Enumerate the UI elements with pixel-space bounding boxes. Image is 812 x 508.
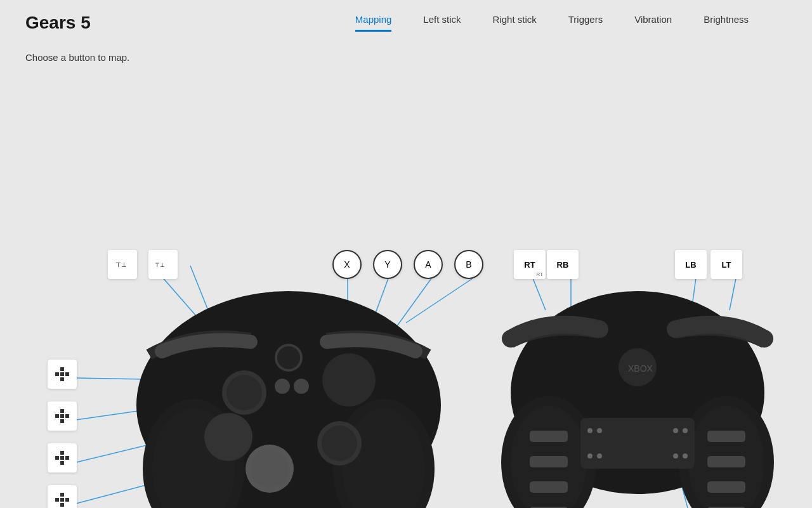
svg-point-64 bbox=[275, 379, 290, 394]
svg-rect-25 bbox=[60, 377, 64, 381]
svg-point-63 bbox=[204, 413, 252, 461]
svg-rect-80 bbox=[707, 431, 745, 442]
svg-point-87 bbox=[587, 428, 593, 433]
tab-vibration[interactable]: Vibration bbox=[634, 14, 672, 32]
front-controller bbox=[111, 240, 466, 508]
svg-rect-41 bbox=[60, 498, 64, 502]
dpad-down-button[interactable] bbox=[48, 485, 77, 508]
nav-tabs: Mapping Left stick Right stick Triggers … bbox=[355, 14, 749, 32]
main-area: ⊤⊥ ⊤⊥ X Y A B bbox=[0, 69, 812, 481]
game-title: Gears 5 bbox=[25, 13, 127, 33]
svg-rect-33 bbox=[55, 456, 59, 460]
svg-point-94 bbox=[683, 453, 688, 459]
svg-rect-78 bbox=[530, 481, 568, 493]
svg-rect-34 bbox=[65, 456, 69, 460]
tab-triggers[interactable]: Triggers bbox=[568, 14, 603, 32]
svg-rect-31 bbox=[60, 414, 64, 418]
svg-rect-37 bbox=[60, 493, 64, 497]
dpad-left-button[interactable] bbox=[48, 401, 77, 431]
svg-text:XBOX: XBOX bbox=[628, 363, 653, 374]
svg-rect-30 bbox=[60, 419, 64, 423]
tab-right-stick[interactable]: Right stick bbox=[493, 14, 537, 32]
subtitle: Choose a button to map. bbox=[0, 33, 812, 69]
svg-rect-76 bbox=[530, 431, 568, 442]
svg-rect-32 bbox=[60, 451, 64, 455]
svg-rect-29 bbox=[65, 414, 69, 418]
svg-point-60 bbox=[226, 375, 262, 410]
svg-point-70 bbox=[251, 450, 289, 488]
svg-rect-81 bbox=[707, 456, 745, 467]
svg-rect-38 bbox=[55, 498, 59, 502]
back-controller: XBOX bbox=[492, 240, 783, 508]
svg-point-93 bbox=[673, 453, 678, 459]
svg-rect-23 bbox=[55, 372, 59, 376]
tab-left-stick[interactable]: Left stick bbox=[423, 14, 461, 32]
svg-point-89 bbox=[673, 428, 678, 433]
tab-mapping[interactable]: Mapping bbox=[355, 14, 392, 32]
svg-rect-39 bbox=[65, 498, 69, 502]
svg-point-62 bbox=[322, 426, 357, 461]
svg-point-92 bbox=[597, 453, 602, 459]
svg-rect-27 bbox=[60, 409, 64, 413]
svg-rect-40 bbox=[60, 503, 64, 507]
svg-point-90 bbox=[683, 428, 688, 433]
svg-point-67 bbox=[277, 346, 300, 369]
svg-rect-86 bbox=[580, 418, 695, 469]
svg-rect-26 bbox=[60, 372, 64, 376]
tab-brightness[interactable]: Brightness bbox=[704, 14, 749, 32]
dpad-up-button[interactable] bbox=[48, 360, 77, 389]
svg-point-68 bbox=[322, 353, 376, 407]
svg-point-91 bbox=[587, 453, 593, 459]
svg-rect-82 bbox=[707, 481, 745, 493]
svg-rect-24 bbox=[65, 372, 69, 376]
svg-point-88 bbox=[597, 428, 602, 433]
svg-point-65 bbox=[294, 379, 309, 394]
svg-rect-35 bbox=[60, 461, 64, 465]
svg-rect-36 bbox=[60, 456, 64, 460]
svg-rect-22 bbox=[60, 367, 64, 371]
svg-rect-77 bbox=[530, 456, 568, 467]
svg-rect-28 bbox=[55, 414, 59, 418]
header: Gears 5 Mapping Left stick Right stick T… bbox=[0, 0, 812, 33]
dpad-right-button[interactable] bbox=[48, 443, 77, 472]
